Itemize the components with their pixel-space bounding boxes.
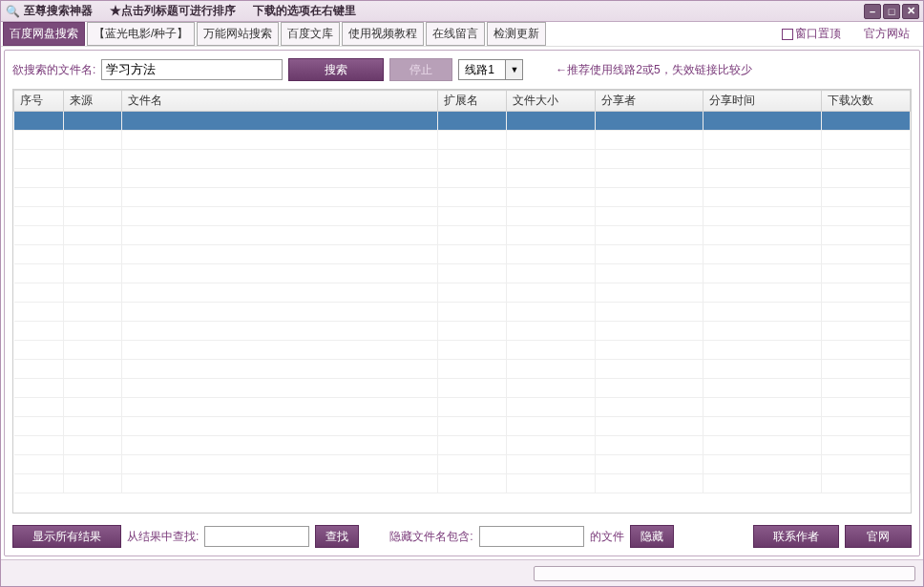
titlebar-hint-sort: ★点击列标题可进行排序 [110,3,236,19]
find-button[interactable]: 查找 [315,525,359,548]
table-row[interactable] [14,283,911,303]
tab-universal[interactable]: 万能网站搜索 [197,22,279,46]
search-button[interactable]: 搜索 [288,58,384,81]
table-row[interactable] [14,264,911,283]
pin-checkbox-icon[interactable] [782,29,793,40]
tab-baidu-pan[interactable]: 百度网盘搜索 [3,22,85,46]
tab-bar: 百度网盘搜索 【蓝光电影/种子】 万能网站搜索 百度文库 使用视频教程 在线留言… [1,22,923,47]
table-body [14,112,911,493]
bottom-controls: 显示所有结果 从结果中查找: 查找 隐藏文件名包含: 的文件 隐藏 联系作者 官… [5,517,919,556]
col-header-source[interactable]: 来源 [63,91,122,112]
progress-bar [534,566,915,581]
col-header-seq[interactable]: 序号 [14,91,64,112]
col-header-ext[interactable]: 扩展名 [437,91,506,112]
official-button[interactable]: 官网 [845,525,912,548]
col-header-filename[interactable]: 文件名 [122,91,437,112]
show-all-button[interactable]: 显示所有结果 [12,525,121,548]
table-row[interactable] [14,341,911,360]
table-row[interactable] [14,169,911,188]
results-table-container: 序号 来源 文件名 扩展名 文件大小 分享者 分享时间 下载次数 [12,89,912,514]
pin-window-control[interactable]: 窗口置顶 [782,26,841,42]
status-bar [1,559,923,586]
minimize-button[interactable]: – [864,4,881,19]
route-select[interactable]: 线路1 ▼ [458,59,523,80]
table-row[interactable] [14,436,911,455]
table-row[interactable] [14,360,911,379]
search-row: 欲搜索的文件名: 搜索 停止 线路1 ▼ ←推荐使用线路2或5，失效链接比较少 [5,51,919,89]
toolbar-right: 窗口置顶 官方网站 [782,26,921,42]
table-row[interactable] [14,131,911,150]
table-header-row: 序号 来源 文件名 扩展名 文件大小 分享者 分享时间 下载次数 [14,91,911,112]
hide-input[interactable] [479,526,584,547]
table-row[interactable] [14,417,911,436]
pin-label-text: 窗口置顶 [795,26,841,42]
route-select-value: 线路1 [459,62,505,78]
table-row[interactable] [14,474,911,493]
tab-update[interactable]: 检测更新 [487,22,546,46]
chevron-down-icon: ▼ [505,60,522,79]
table-row[interactable] [14,207,911,226]
hide-label: 隐藏文件名包含: [389,529,472,545]
table-row[interactable] [14,112,911,131]
find-label: 从结果中查找: [127,529,199,545]
tab-bluray[interactable]: 【蓝光电影/种子】 [87,22,195,46]
official-website-link[interactable]: 官方网站 [864,26,910,42]
maximize-button[interactable]: □ [883,4,900,19]
find-input[interactable] [204,526,309,547]
table-row[interactable] [14,188,911,207]
col-header-filesize[interactable]: 文件大小 [506,91,595,112]
close-button[interactable]: ✕ [902,4,919,19]
table-row[interactable] [14,398,911,417]
app-icon: 🔍 [5,4,20,19]
table-row[interactable] [14,455,911,474]
table-row[interactable] [14,150,911,169]
window-controls: – □ ✕ [864,4,919,19]
col-header-sharer[interactable]: 分享者 [595,91,704,112]
app-window: 🔍 至尊搜索神器 ★点击列标题可进行排序 下载的选项在右键里 – □ ✕ 百度网… [0,0,924,587]
hide-suffix: 的文件 [590,529,624,545]
search-label: 欲搜索的文件名: [12,62,95,78]
tab-tutorial[interactable]: 使用视频教程 [342,22,424,46]
table-row[interactable] [14,322,911,341]
route-hint: ←推荐使用线路2或5，失效链接比较少 [556,62,751,78]
stop-button[interactable]: 停止 [389,58,452,81]
results-table: 序号 来源 文件名 扩展名 文件大小 分享者 分享时间 下载次数 [13,90,911,493]
tabs: 百度网盘搜索 【蓝光电影/种子】 万能网站搜索 百度文库 使用视频教程 在线留言… [3,22,548,46]
search-input[interactable] [101,59,283,80]
col-header-downloads[interactable]: 下载次数 [822,91,911,112]
table-row[interactable] [14,245,911,264]
table-row[interactable] [14,379,911,398]
hide-button[interactable]: 隐藏 [630,525,674,548]
table-row[interactable] [14,226,911,245]
tab-feedback[interactable]: 在线留言 [426,22,485,46]
content-area: 欲搜索的文件名: 搜索 停止 线路1 ▼ ←推荐使用线路2或5，失效链接比较少 … [4,50,920,556]
titlebar[interactable]: 🔍 至尊搜索神器 ★点击列标题可进行排序 下载的选项在右键里 – □ ✕ [1,1,923,22]
table-row[interactable] [14,303,911,322]
titlebar-hint-download: 下载的选项在右键里 [253,3,356,19]
app-title: 至尊搜索神器 [24,3,93,19]
tab-wenku[interactable]: 百度文库 [281,22,340,46]
col-header-sharetime[interactable]: 分享时间 [704,91,822,112]
contact-button[interactable]: 联系作者 [753,525,839,548]
